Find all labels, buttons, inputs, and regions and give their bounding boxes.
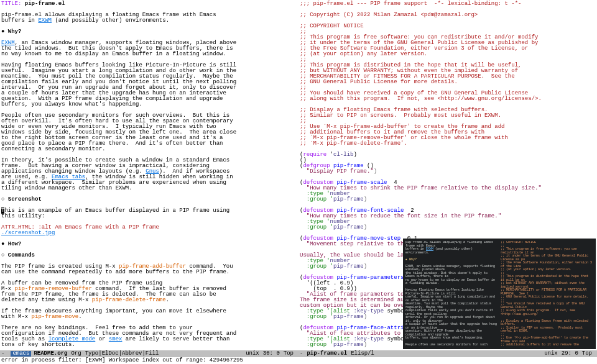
org-title-value: pip-frame.el [25, 1, 65, 7]
cn8: ;; (at your option) any later version. [300, 51, 427, 57]
cn18: ;; Similar to PIP on screens. Probably m… [300, 112, 501, 119]
c1c: can use the command repeatedly to add mo… [1, 269, 229, 275]
intro-line2a: buffers in [1, 17, 38, 24]
heading-commands: ○ Commands [1, 252, 35, 258]
header-comment: ;;; pip-frame.el --- PIP frame support -… [300, 1, 521, 7]
cn16: ;; along with this program. If not, see … [300, 96, 542, 102]
ml-emacs-tag: emacs [11, 351, 31, 357]
heading-why: ● Why? [1, 29, 21, 35]
ml-status: - [1, 351, 4, 357]
ml-minor-modes: Typo|ElDoc|Abbrev|Fill [85, 351, 159, 357]
defcustom-font-scale: (defcustom pip-frame-font-scale 2 "How m… [300, 207, 501, 230]
mlr-percent: Top [582, 351, 592, 357]
c3b: with M-x [1, 314, 32, 320]
c2f: . [166, 297, 169, 303]
c4f: tons of key shortcuts. [1, 342, 75, 348]
readme-buffer[interactable]: TITLE: pip-frame.el pip-frame.el allows … [0, 0, 298, 350]
intro-line2b: (and possibly other) environments. [52, 17, 169, 24]
mlr-status: - [300, 351, 303, 357]
mlr-encoding: unix [544, 351, 558, 357]
p1d: no way known to me to display an Emacs b… [1, 51, 226, 57]
defcustom-scale: (defcustom pip-frame-scale 4 "How many t… [300, 180, 542, 202]
thumb-right-pane: ;; COPYRIGHT NOTICE ;; ;; This program i… [501, 241, 593, 347]
copyright-line: ;; Copyright (C) 2022 Milan Zamazal <pdm… [300, 12, 478, 18]
p2h: buffers, you always know what's happenin… [1, 101, 142, 107]
modeline-right[interactable]: - pip-frame.el Elisp/l unix 29: 0 Top [298, 350, 597, 357]
minibuffer[interactable]: error in process filter: [EXWM] Workspac… [0, 357, 597, 364]
c4d: or [95, 336, 109, 342]
c4e: are likely to serve better than [122, 336, 229, 342]
exwm-link[interactable]: EXWM [38, 17, 52, 24]
heading-how: ● How? [1, 241, 21, 247]
smex-link[interactable]: smex [109, 336, 123, 342]
heading-screenshot: ○ Screenshot [1, 196, 42, 202]
screenshot-link[interactable]: ./screenshot.jpg [1, 230, 55, 236]
cn13: ;; GNU General Public License for more d… [300, 79, 458, 85]
p4h: tiling window managers other than EXWM. [1, 185, 132, 191]
cmd-delete-frame: pip-frame-delete-frame [92, 297, 166, 303]
p3g: connecting a secondary monitor. [1, 146, 105, 152]
mlr-major-mode: Elisp/l [351, 351, 374, 357]
mlr-position: 29: 0 [562, 351, 578, 357]
modeline-left[interactable]: - emacs README.org Org Typo|ElDoc|Abbrev… [0, 350, 298, 357]
ss1b: this utility: [1, 213, 45, 219]
elisp-buffer[interactable]: ;;; pip-frame.el --- PIP frame support -… [298, 0, 597, 350]
thumb-left-pane: pip-frame.el allows displaying a floatin… [405, 241, 498, 347]
pip-frame-thumbnail[interactable]: pip-frame.el allows displaying a floatin… [403, 239, 596, 349]
org-title-keyword: TITLE: [1, 1, 21, 7]
ml-position: 30: 0 [263, 351, 280, 357]
require-cl-lib: (require 'cl-lib) [300, 152, 357, 158]
c3c: . [78, 314, 81, 320]
defgroup: (defgroup pip-frame () "Display PIP fram… [300, 163, 377, 175]
ml-buffer-name: README.org [34, 351, 67, 357]
ml-major-mode: Org [71, 351, 81, 357]
mlr-buffer-name: pip-frame.el [307, 351, 347, 357]
c2e: deleted any time using M-x [1, 297, 92, 303]
cn23: ;; `M-x pip-frame-delete-frame'. [300, 140, 407, 147]
cmd-move: pip-frame-move [32, 314, 79, 320]
cn-head: ;; COPYRIGHT NOTICE [300, 23, 364, 29]
ml-percent: Top [284, 351, 294, 357]
ml-encoding: unix [246, 351, 259, 357]
